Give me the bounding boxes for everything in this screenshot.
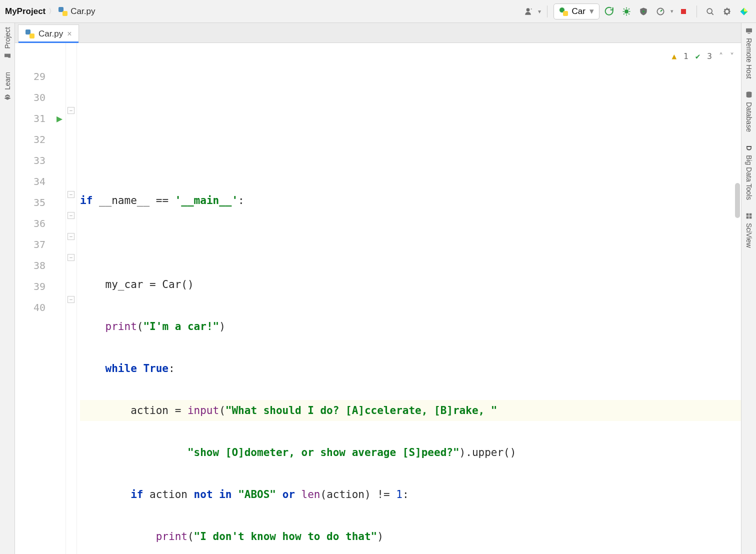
gutter-line — [15, 45, 66, 66]
fold-toggle-icon[interactable]: – — [68, 254, 74, 261]
svg-rect-20 — [749, 216, 752, 218]
code-token: ( — [137, 320, 144, 332]
fold-toggle-icon[interactable]: – — [68, 296, 74, 303]
stop-button[interactable] — [676, 4, 690, 18]
run-config-label: Car — [572, 6, 586, 16]
tool-project-label: Project — [4, 27, 12, 49]
code-token: 1 — [396, 488, 402, 500]
code-token: True — [143, 362, 168, 374]
run-coverage-button[interactable] — [636, 4, 650, 18]
code-token — [80, 362, 106, 374]
code-token: my_car = Car() — [80, 278, 194, 290]
tool-database[interactable]: Database — [745, 91, 753, 132]
code-token: : — [238, 194, 244, 206]
code-token — [80, 488, 130, 500]
breadcrumb-file[interactable]: Car.py — [58, 6, 95, 16]
breadcrumb-project[interactable]: MyProject — [5, 6, 46, 16]
close-tab-icon[interactable]: × — [67, 30, 72, 38]
tool-remote-label: Remote Host — [745, 38, 753, 79]
code-token: len — [302, 488, 320, 500]
tool-sciview[interactable]: SciView — [745, 212, 753, 248]
tool-learn-label: Learn — [4, 72, 12, 90]
editor-tab-label: Car.py — [38, 29, 63, 39]
code-token: ( — [219, 404, 226, 416]
code-token: '__main__' — [175, 194, 238, 206]
code-token: action = — [80, 404, 188, 416]
code-token: : — [168, 362, 175, 374]
editor-tab-car[interactable]: Car.py × — [18, 24, 79, 42]
code-token: (action) != — [320, 488, 396, 500]
gutter-line: 31▶ — [15, 108, 66, 129]
fold-toggle-icon[interactable]: – — [68, 233, 74, 240]
nav-bar: MyProject 〉 Car.py ▾ Car ▾ — [0, 0, 756, 23]
fold-toggle-icon[interactable]: – — [68, 212, 74, 219]
folder-icon — [4, 52, 12, 60]
code-token: ( — [188, 530, 194, 542]
gutter-line: 30 — [15, 87, 66, 108]
profile-button[interactable] — [654, 4, 668, 18]
more-run-caret-icon[interactable]: ▾ — [670, 8, 674, 14]
svg-rect-14 — [746, 28, 752, 32]
fold-toggle-icon[interactable]: – — [68, 107, 74, 114]
code-token: : — [402, 488, 409, 500]
code-token: ) — [377, 530, 384, 542]
chevron-down-icon[interactable]: ˅ — [730, 46, 734, 67]
code-token: if — [80, 194, 99, 206]
gutter-line: 40 — [15, 297, 66, 318]
learn-icon — [4, 92, 12, 100]
breadcrumb-file-label: Car.py — [70, 6, 95, 16]
code-token: or — [282, 488, 302, 500]
gutter-line: 32 — [15, 129, 66, 150]
run-gutter-icon[interactable]: ▶ — [56, 108, 62, 129]
run-button[interactable] — [602, 4, 616, 18]
editor[interactable]: 29 30 31▶ 32 33 34 35 36 37 38 39 40 – –… — [15, 43, 741, 554]
tool-learn[interactable]: Learn — [4, 72, 12, 101]
breadcrumb: MyProject 〉 Car.py — [5, 6, 95, 16]
tool-remote-host[interactable]: Remote Host — [745, 27, 753, 79]
dropdown-caret-icon[interactable]: ▾ — [538, 8, 541, 15]
bigdata-icon: D — [745, 144, 753, 152]
right-tool-stripe: Remote Host Database D Big Data Tools Sc… — [741, 23, 756, 554]
add-user-icon[interactable] — [521, 4, 535, 18]
svg-point-0 — [624, 9, 628, 13]
svg-point-4 — [707, 8, 712, 14]
code-token: print — [156, 530, 188, 542]
code-token: "I don't know how to do that" — [194, 530, 378, 542]
tool-project[interactable]: Project — [4, 27, 12, 60]
svg-rect-15 — [748, 33, 750, 34]
fold-column: – – – – – – — [66, 43, 77, 554]
code-token: while — [106, 362, 144, 374]
gutter-line: 36 — [15, 213, 66, 234]
chevron-up-icon[interactable]: ˄ — [719, 46, 723, 67]
toolbar-separator — [696, 6, 697, 18]
toolbar-separator — [547, 6, 548, 18]
inspection-widget[interactable]: ▲1 ✔3 ˄ ˅ — [672, 46, 734, 67]
gutter-line: 39 — [15, 276, 66, 297]
run-configuration-selector[interactable]: Car ▾ — [554, 4, 600, 20]
ok-count: 3 — [707, 46, 712, 67]
code-token: print — [106, 320, 137, 332]
code-token — [80, 320, 106, 332]
code-token: if — [130, 488, 150, 500]
settings-icon[interactable] — [720, 4, 734, 18]
search-icon[interactable] — [703, 4, 717, 18]
svg-rect-19 — [746, 216, 748, 218]
database-icon — [745, 91, 753, 99]
remote-icon — [745, 27, 753, 35]
scrollbar-thumb[interactable] — [735, 183, 740, 218]
warning-count: 1 — [684, 46, 688, 67]
sciview-icon — [745, 212, 753, 220]
jetbrains-icon[interactable] — [737, 4, 751, 18]
code-token — [276, 488, 282, 500]
gutter-line: 38 — [15, 255, 66, 276]
tool-bigdata-label: Big Data Tools — [745, 155, 753, 200]
svg-line-5 — [712, 12, 714, 14]
code-area[interactable]: if __name__ == '__main__': my_car = Car(… — [77, 43, 741, 554]
check-icon: ✔ — [696, 46, 700, 67]
tool-bigdata[interactable]: D Big Data Tools — [745, 144, 753, 200]
code-token — [80, 530, 156, 542]
debug-button[interactable] — [620, 4, 634, 18]
code-token: == — [150, 194, 175, 206]
fold-toggle-icon[interactable]: – — [68, 191, 74, 198]
tool-database-label: Database — [745, 102, 753, 132]
